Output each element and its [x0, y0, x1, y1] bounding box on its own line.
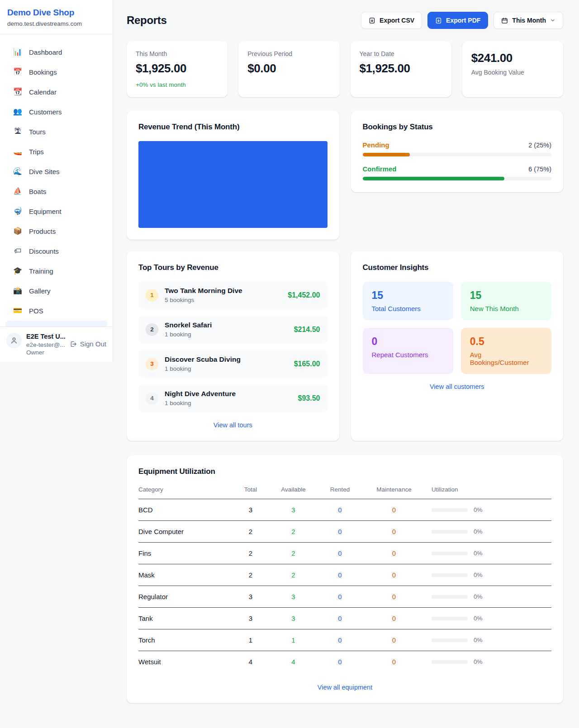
column-header-category: Category [138, 482, 229, 499]
equipment-rented: 0 [315, 651, 365, 673]
nav-item-label: Discounts [29, 247, 59, 255]
nav-item-label: Bookings [29, 68, 57, 76]
revenue-trend-title: Revenue Trend (This Month) [138, 123, 327, 132]
stat-value: $1,925.00 [360, 61, 410, 76]
tour-row: 4 Night Dive Adventure 1 booking $93.50 [138, 384, 327, 412]
utilization-bar [432, 573, 468, 577]
status-count: 2 (25%) [528, 142, 551, 149]
utilization-percent: 0% [474, 658, 483, 665]
nav-item-icon: 🚤 [13, 148, 22, 155]
export-pdf-button[interactable]: Export PDF [427, 12, 488, 29]
view-all-customers-link[interactable]: View all customers [430, 383, 484, 390]
insight-value: 15 [372, 289, 444, 302]
nav-item[interactable]: 🏝 Tours [5, 122, 107, 142]
utilization-bar [432, 530, 468, 534]
nav-item-label: Gallery [29, 287, 51, 295]
nav-item[interactable]: 📅 Bookings [5, 62, 107, 82]
insights-row: Top Tours by Revenue 1 Two Tank Morning … [127, 251, 563, 441]
nav-item[interactable]: 💳 POS [5, 301, 107, 321]
bookings-by-status-card: Bookings by Status Pending 2 (25%) Confi… [351, 111, 564, 192]
status-list: Pending 2 (25%) Confirmed 6 (75%) [363, 141, 552, 180]
nav-item-icon: 📆 [13, 88, 22, 95]
utilization-bar [432, 660, 468, 664]
nav-item-label: Calendar [29, 88, 57, 96]
nav-item[interactable]: 👥 Customers [5, 102, 107, 122]
equipment-table-row: BCD 3 3 0 0 0% [138, 499, 551, 521]
utilization-bar [432, 638, 468, 642]
tour-rank-badge: 4 [146, 392, 158, 405]
stat-label: Avg Booking Value [471, 69, 524, 76]
charts-row: Revenue Trend (This Month) Bookings by S… [127, 111, 563, 240]
chevron-down-icon [550, 18, 555, 23]
equipment-category: Tank [138, 608, 229, 629]
equipment-rented: 0 [315, 564, 365, 586]
brand-domain: demo.test.divestreams.com [7, 20, 105, 27]
export-csv-button[interactable]: Export CSV [361, 12, 422, 29]
nav-item-label: POS [29, 307, 43, 315]
customer-insights-card: Customer Insights 15 Total Customers 15 … [351, 251, 564, 441]
equipment-maintenance: 0 [365, 586, 423, 608]
tour-revenue: $165.00 [294, 360, 320, 368]
equipment-total: 3 [229, 586, 272, 608]
user-role: Owner [26, 349, 65, 356]
nav-item[interactable]: ⛵ Boats [5, 181, 107, 201]
sign-out-label: Sign Out [80, 340, 106, 348]
equipment-table-row: Mask 2 2 0 0 0% [138, 564, 551, 586]
insight-tile: 15 New This Month [461, 282, 551, 320]
nav-item[interactable]: 🌊 Dive Sites [5, 161, 107, 181]
view-all-equipment-link[interactable]: View all equipment [318, 684, 372, 691]
nav-item-icon: 🤿 [13, 208, 22, 215]
tour-rank-badge: 2 [146, 323, 158, 336]
equipment-table-row: Torch 1 1 0 0 0% [138, 629, 551, 651]
nav-item[interactable]: 📦 Products [5, 221, 107, 241]
sign-out-button[interactable]: Sign Out [70, 340, 106, 348]
status-progress-fill [363, 153, 410, 156]
equipment-maintenance: 0 [365, 651, 423, 673]
nav-item-icon: 📦 [13, 227, 22, 235]
view-all-tours-link[interactable]: View all tours [214, 421, 252, 429]
nav-item[interactable]: 🎓 Training [5, 261, 107, 281]
equipment-available: 4 [272, 651, 315, 673]
nav-item[interactable]: 🚤 Trips [5, 142, 107, 161]
period-dropdown[interactable]: This Month [494, 12, 563, 29]
tour-row: 3 Discover Scuba Diving 1 booking $165.0… [138, 350, 327, 378]
user-email: e2e-tester@... [26, 341, 65, 348]
equipment-available: 1 [272, 629, 315, 651]
bookings-by-status-title: Bookings by Status [363, 123, 552, 132]
equipment-rented: 0 [315, 608, 365, 629]
equipment-available: 3 [272, 586, 315, 608]
equipment-category: Mask [138, 564, 229, 586]
main-content: Reports Export CSV Export [113, 0, 579, 703]
equipment-table-row: Fins 2 2 0 0 0% [138, 543, 551, 564]
nav-item[interactable]: 📆 Calendar [5, 82, 107, 102]
equipment-table-row: Wetsuit 4 4 0 0 0% [138, 651, 551, 673]
nav-item[interactable]: 📊 Dashboard [5, 42, 107, 62]
nav-item-icon: 🌊 [13, 168, 22, 175]
insight-tile: 0 Repeat Customers [363, 328, 453, 374]
nav-item[interactable]: 🏷 Discounts [5, 241, 107, 261]
equipment-table-row: Dive Computer 2 2 0 0 0% [138, 521, 551, 543]
insight-value: 15 [470, 289, 542, 302]
nav-item[interactable]: 📸 Gallery [5, 281, 107, 301]
stat-value: $1,925.00 [136, 61, 186, 76]
nav-item[interactable] [5, 321, 107, 326]
equipment-available: 3 [272, 499, 315, 521]
nav-item-icon: 👥 [13, 108, 22, 115]
tour-revenue: $214.50 [294, 326, 320, 334]
utilization-percent: 0% [474, 550, 483, 557]
tour-row: 1 Two Tank Morning Dive 5 bookings $1,45… [138, 281, 327, 309]
user-avatar-icon [6, 333, 22, 348]
insight-tile: 0.5 Avg Bookings/Customer [461, 328, 551, 374]
tour-list: 1 Two Tank Morning Dive 5 bookings $1,45… [138, 281, 327, 412]
tour-bookings: 1 booking [165, 400, 292, 407]
nav-item-icon: 🏝 [13, 128, 22, 135]
utilization-percent: 0% [474, 506, 483, 513]
utilization-percent: 0% [474, 615, 483, 622]
nav-item[interactable]: 🤿 Equipment [5, 201, 107, 221]
period-label: This Month [512, 17, 546, 24]
status-row: Pending 2 (25%) [363, 141, 552, 156]
stat-label: Previous Period [247, 50, 292, 57]
tour-name: Discover Scuba Diving [165, 355, 288, 364]
equipment-maintenance: 0 [365, 521, 423, 543]
status-row: Confirmed 6 (75%) [363, 165, 552, 180]
